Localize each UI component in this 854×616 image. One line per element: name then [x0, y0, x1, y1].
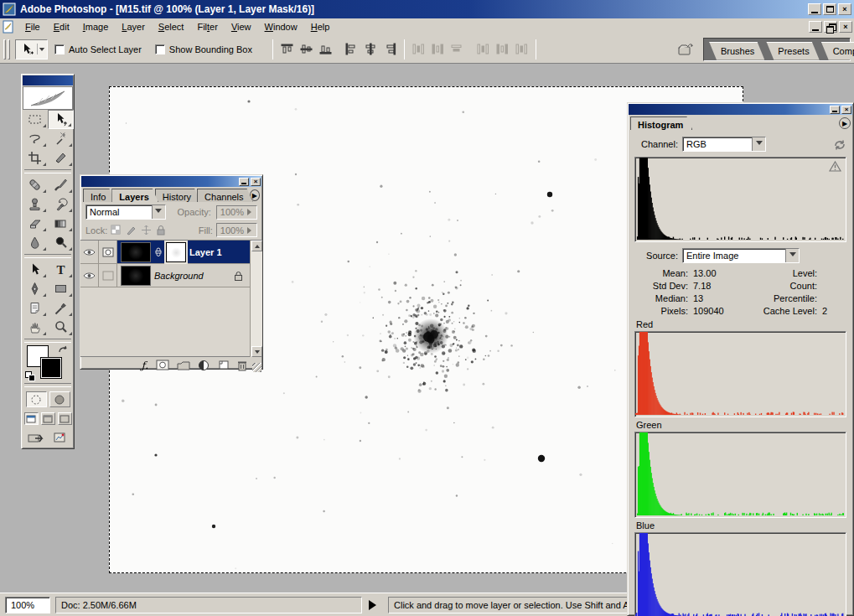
layer-row-layer-1[interactable]: Layer 1	[80, 241, 250, 264]
auto-select-layer-checkbox[interactable]: Auto Select Layer	[54, 44, 142, 54]
auto-select-layer-box[interactable]	[54, 44, 65, 54]
align-right-edges-button[interactable]	[383, 43, 397, 55]
layers-resize-grip[interactable]	[252, 363, 261, 372]
histogram-palette-menu-button[interactable]: ▶	[839, 117, 851, 129]
move-tool[interactable]	[48, 110, 74, 129]
mask-link-icon[interactable]	[154, 247, 163, 257]
quick-mask-mode-button[interactable]	[49, 391, 70, 407]
fill-field[interactable]: 100%	[216, 223, 257, 237]
eraser-tool[interactable]	[22, 214, 48, 233]
well-tab-comps[interactable]: Comps	[821, 42, 854, 60]
pen-tool[interactable]	[22, 279, 48, 298]
tool-preset-dropdown-arrow[interactable]	[39, 48, 44, 54]
menu-select[interactable]: Select	[152, 19, 191, 34]
menu-filter[interactable]: Filter	[190, 19, 224, 34]
add-layer-mask-button[interactable]	[156, 360, 169, 370]
default-colors-icon[interactable]	[25, 371, 37, 381]
menu-edit[interactable]: Edit	[47, 19, 76, 34]
layers-palette-close-button[interactable]: ×	[251, 178, 261, 186]
lock-pixels-icon[interactable]	[126, 225, 137, 236]
layer-style-button[interactable]: ƒ.	[142, 360, 148, 371]
well-tab-brushes[interactable]: Brushes	[709, 42, 764, 60]
histogram-minimize-button[interactable]	[830, 106, 840, 114]
document-size-panel[interactable]: Doc: 2.50M/6.66M	[55, 597, 362, 613]
crop-tool[interactable]	[22, 148, 48, 168]
source-select[interactable]: Entire Image	[682, 248, 800, 263]
layer-visibility-toggle[interactable]	[80, 264, 99, 287]
doc-restore-button[interactable]	[824, 21, 837, 33]
tab-channels[interactable]: Channels	[197, 189, 252, 202]
histogram-close-button[interactable]: ×	[841, 106, 851, 114]
align-vertical-centers-button[interactable]	[299, 43, 313, 55]
magic-wand-tool[interactable]	[48, 129, 74, 148]
hand-tool[interactable]	[22, 318, 48, 337]
history-brush-tool[interactable]	[48, 194, 74, 214]
standard-mode-button[interactable]	[26, 391, 47, 407]
path-selection-tool[interactable]	[22, 260, 48, 279]
align-horizontal-centers-button[interactable]	[364, 43, 378, 55]
file-browser-button[interactable]	[675, 39, 696, 60]
blend-mode-dropdown-button[interactable]	[152, 205, 165, 219]
layer-thumbnail[interactable]	[121, 242, 151, 262]
brush-tool[interactable]	[48, 175, 74, 194]
notes-tool[interactable]	[22, 298, 48, 318]
lock-position-icon[interactable]	[141, 225, 152, 236]
zoom-tool[interactable]	[48, 318, 74, 337]
healing-brush-tool[interactable]	[22, 175, 48, 194]
delete-layer-button[interactable]	[237, 360, 247, 371]
menu-help[interactable]: Help	[304, 19, 337, 34]
new-layer-button[interactable]	[218, 360, 230, 370]
fullscreen-mode-button[interactable]	[58, 412, 72, 425]
menu-file[interactable]: File	[18, 19, 47, 34]
photoshop-feather-logo[interactable]	[23, 86, 73, 110]
blur-tool[interactable]	[22, 233, 48, 252]
align-bottom-edges-button[interactable]	[318, 43, 333, 55]
toolbox-drag-handle[interactable]	[23, 75, 73, 85]
doc-close-button[interactable]: ×	[839, 21, 852, 33]
distribute-right-edges-button[interactable]	[515, 43, 529, 55]
zoom-level-field[interactable]: 100%	[5, 597, 50, 613]
gradient-tool[interactable]	[48, 214, 74, 233]
channel-select[interactable]: RGB	[682, 137, 766, 152]
distribute-vertical-centers-button[interactable]	[431, 43, 445, 55]
doc-minimize-button[interactable]	[809, 21, 822, 33]
imageready-jump-icon[interactable]	[28, 431, 48, 444]
source-dropdown-button[interactable]	[785, 249, 799, 262]
swap-colors-icon[interactable]	[57, 344, 69, 355]
tab-info[interactable]: Info	[83, 189, 115, 202]
distribute-top-edges-button[interactable]	[411, 43, 426, 55]
new-group-button[interactable]	[177, 360, 190, 370]
layer-row-background[interactable]: Background	[80, 264, 250, 287]
menu-layer[interactable]: Layer	[115, 19, 152, 34]
dodge-tool[interactable]	[48, 233, 74, 252]
app-close-button[interactable]: ×	[838, 3, 851, 15]
scroll-down-button[interactable]	[251, 346, 262, 357]
histogram-palette-titlebar[interactable]: ×	[629, 104, 852, 115]
channel-dropdown-button[interactable]	[752, 137, 765, 151]
scroll-up-button[interactable]	[251, 241, 262, 251]
menu-window[interactable]: Window	[258, 19, 304, 34]
background-color-swatch[interactable]	[40, 357, 62, 379]
well-tab-presets[interactable]: Presets	[766, 42, 819, 60]
menu-view[interactable]: View	[225, 19, 258, 34]
layer-name[interactable]: Background	[154, 271, 204, 281]
clone-stamp-tool[interactable]	[22, 194, 48, 214]
tab-layers[interactable]: Layers	[111, 189, 158, 202]
layers-scrollbar[interactable]	[250, 241, 262, 357]
lasso-tool[interactable]	[22, 129, 48, 148]
shape-tool[interactable]	[48, 279, 74, 298]
opacity-field[interactable]: 100%	[216, 205, 257, 220]
tab-histogram[interactable]: Histogram	[630, 116, 692, 130]
standard-screen-mode-button[interactable]	[24, 412, 39, 425]
distribute-bottom-edges-button[interactable]	[450, 43, 464, 55]
type-tool[interactable]: T	[48, 260, 74, 279]
adjustment-layer-button[interactable]	[198, 360, 210, 371]
app-maximize-button[interactable]	[823, 3, 836, 15]
layer-thumbnail[interactable]	[121, 266, 151, 286]
show-bounding-box-checkbox[interactable]: Show Bounding Box	[155, 44, 252, 54]
layer-visibility-toggle[interactable]	[80, 241, 99, 263]
imageready-icon[interactable]	[53, 431, 68, 444]
move-tool-preset-button[interactable]	[15, 39, 48, 60]
tab-history[interactable]: History	[155, 189, 200, 202]
lock-all-icon[interactable]	[156, 225, 166, 236]
